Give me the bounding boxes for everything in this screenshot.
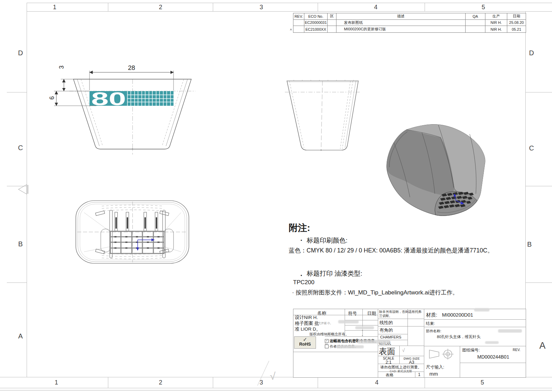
rohs-label: RoHS [294, 342, 316, 347]
rohs-check-icon: ✓ [294, 337, 316, 342]
zone-row-label: D [18, 49, 23, 57]
drawing-no-label: 图纸编号: [462, 347, 480, 353]
provided-info-checkbox[interactable] [325, 345, 329, 348]
dim-height-label: 6 [49, 96, 55, 100]
scale-value: 2:1 [378, 360, 399, 365]
rev-cell [293, 26, 304, 32]
zone-col-label: 3 [260, 4, 263, 11]
rev-label: REV. [513, 348, 520, 352]
frame-line [27, 3, 552, 3]
frame-tick [425, 3, 425, 11]
copyright-text: 版权由维纳斯概念所有。 [309, 332, 349, 337]
rev-cell: 25.08.20 [507, 20, 526, 26]
rev-header: 描述 [336, 13, 466, 20]
rev-cell: EC20000031 [304, 20, 328, 26]
smudge [358, 340, 390, 344]
zone-col-label: 2 [159, 4, 162, 11]
units-value: mm [429, 371, 438, 377]
angular-tolerance-label: 有角的 [380, 327, 393, 333]
revision-table: REV. ECO No. 区 描述 QA 生产 日期 EC20000031 发布… [293, 13, 526, 33]
drawing-no-value: MD000244B01 [464, 354, 522, 360]
zone-col-label: 4 [374, 4, 377, 11]
note-item-title: 标题印刷颜色: [307, 236, 347, 245]
smudge [338, 320, 359, 323]
units-label: 尺寸输入: [426, 364, 444, 370]
frame-tick [425, 377, 425, 388]
frame-tick [213, 377, 213, 388]
frame-tick [525, 186, 552, 186]
bottom-view [74, 199, 192, 265]
bullet-icon: • [301, 273, 302, 278]
rev-header: ECO No. [304, 13, 328, 20]
finish-label: 结束: [426, 321, 435, 326]
zone-col-label: 2 [159, 379, 162, 386]
cad-note: CAD: 索式沃克斯 [378, 369, 424, 374]
no-measure-note: 请勿在图纸上进行测量。 [378, 365, 424, 370]
smudge [498, 329, 522, 333]
zone-row-label: B [527, 241, 532, 248]
zone-row-label: D [529, 49, 534, 57]
bullet-icon: • [301, 238, 302, 243]
frame-line [0, 388, 552, 388]
col-symbol-header: 符号 [348, 310, 357, 317]
zone-col-label: 5 [482, 4, 485, 11]
rev-cell [328, 20, 336, 26]
rev-header: 日期 [507, 13, 526, 20]
rev-header: REV. [293, 13, 304, 20]
notes-title: 附注: [289, 222, 310, 234]
stray-surface-icon: √ [270, 371, 275, 382]
designer-name: 设计NIR H. [295, 315, 318, 321]
zone-row-label: C [18, 144, 23, 152]
confidential-checkbox[interactable]: ✓ [325, 339, 329, 343]
dim-width-label: 28 [128, 64, 135, 71]
approver-name: 准 LIOR D。 [295, 326, 321, 332]
rev-cell: EC21000XX [304, 26, 328, 32]
sheet-value: 1 [418, 372, 420, 377]
frame-tick [318, 3, 318, 11]
frame-tick [525, 282, 552, 283]
material-row: 材质: MI000200D01 [426, 312, 473, 318]
note-item-body: TPC200 [293, 279, 314, 286]
side-view [284, 78, 362, 154]
frame-tick [525, 92, 552, 92]
material-label: 材质: [426, 312, 437, 318]
side-outline [287, 81, 358, 150]
zone-row-label: A [539, 340, 546, 351]
zone-col-label: 4 [375, 379, 378, 386]
linear-tolerance-label: 线性的 [380, 320, 393, 326]
tip-count-label: 80 [91, 88, 126, 109]
rev-corner-letter: A [290, 28, 292, 31]
frame-tick [108, 377, 108, 388]
dim-offset-label: 3 [58, 66, 65, 69]
dash-mark: - [362, 333, 363, 337]
dwg-size-value: A3 [399, 360, 424, 365]
isometric-view [371, 122, 488, 219]
rev-cell [293, 20, 304, 26]
rohs-badge: ✓ RoHS [294, 336, 316, 349]
smudge [474, 308, 489, 311]
checker-name: 格子图案 批 [295, 320, 319, 326]
rev-cell: NIR H. [485, 26, 507, 32]
zone-row-label: B [18, 240, 23, 248]
rev-cell [328, 26, 336, 32]
sheet-label: 表格 [386, 373, 394, 378]
col-name-header: 名称 [317, 310, 326, 316]
zone-col-label: 1 [53, 4, 56, 11]
note-item-body: · 按照所附图形文件：WI_MD_Tip_LabelingArtwork.ai进… [292, 289, 458, 296]
zone-col-label: 5 [481, 379, 484, 386]
front-view: 80 28 3 6 [41, 56, 202, 159]
frame-line [27, 11, 552, 12]
rev-header: 生产 [485, 13, 507, 20]
frame-line [0, 390, 552, 391]
zone-row-label: C [529, 144, 534, 152]
rev-cell: 发布新图纸 [336, 20, 466, 26]
frame-tick [108, 3, 108, 11]
part-name-label: 部件名称: [426, 329, 441, 334]
frame-tick [7, 282, 27, 283]
surface-label: 表面 [379, 346, 395, 357]
tip-slots [115, 212, 158, 231]
part-name: 80孔针头主体，维瓦针头 [437, 334, 481, 339]
stray-line [257, 361, 269, 386]
tolerance-note: 除非另有说明，否则适用托弗兰切斯。 [379, 310, 423, 318]
rev-cell [466, 26, 485, 32]
